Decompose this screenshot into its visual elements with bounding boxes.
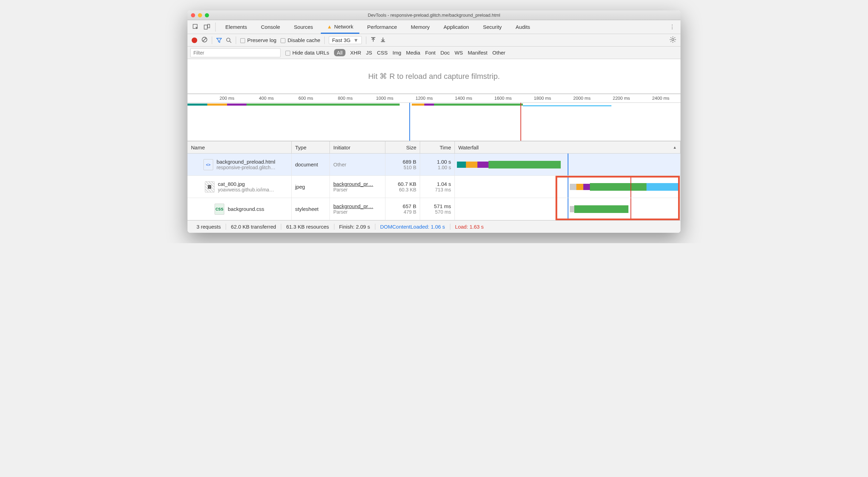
request-initiator[interactable]: background_pr… (333, 203, 382, 209)
timeline-overview[interactable] (187, 103, 681, 141)
waterfall-segment (590, 183, 646, 191)
download-har-icon[interactable] (380, 37, 386, 43)
filter-type-media[interactable]: Media (406, 50, 420, 56)
waterfall-segment (574, 205, 628, 213)
col-name[interactable]: Name (187, 141, 292, 153)
request-type: stylesheet (295, 206, 326, 212)
tab-sources[interactable]: Sources (288, 20, 319, 34)
warning-icon: ▲ (327, 24, 332, 30)
search-icon[interactable] (226, 38, 232, 43)
hide-data-urls-checkbox[interactable]: Hide data URLs (285, 50, 329, 56)
throttling-select[interactable]: Fast 3G ▼ (329, 36, 361, 44)
status-finish: Finish: 2.09 s (334, 224, 375, 230)
tick: 2000 ms (573, 96, 591, 101)
tick: 1400 ms (455, 96, 472, 101)
filter-type-doc[interactable]: Doc (440, 50, 450, 56)
col-type[interactable]: Type (292, 141, 330, 153)
maximize-window-button[interactable] (205, 13, 209, 17)
tick: 1000 ms (376, 96, 393, 101)
tick: 2400 ms (652, 96, 669, 101)
load-line (631, 176, 631, 198)
filter-type-ws[interactable]: WS (454, 50, 463, 56)
preserve-log-checkbox[interactable]: Preserve log (240, 37, 276, 43)
overview-segment (247, 104, 399, 106)
col-waterfall[interactable]: Waterfall ▲ (455, 141, 681, 153)
request-time-sub: 713 ms (424, 187, 451, 192)
filter-type-xhr[interactable]: XHR (350, 50, 361, 56)
status-resources: 61.3 KB resources (281, 224, 334, 230)
tab-elements[interactable]: Elements (219, 20, 253, 34)
request-initiator-sub: Parser (333, 209, 382, 215)
tick: 2200 ms (613, 96, 630, 101)
tab-application[interactable]: Application (437, 20, 475, 34)
tab-performance[interactable]: Performance (361, 20, 403, 34)
request-initiator[interactable]: background_pr… (333, 181, 382, 187)
tick: 1800 ms (534, 96, 551, 101)
request-type: document (295, 162, 326, 167)
load-marker (520, 103, 521, 141)
timeline-ruler[interactable]: 200 ms 400 ms 600 ms 800 ms 1000 ms 1200… (187, 94, 681, 103)
tick: 800 ms (338, 96, 353, 101)
more-menu-icon[interactable]: ⋮ (667, 22, 677, 32)
tick: 1200 ms (416, 96, 433, 101)
device-toolbar-icon[interactable] (202, 22, 212, 32)
minimize-window-button[interactable] (198, 13, 202, 17)
request-size-sub: 479 B (389, 209, 416, 215)
overview-segment (523, 105, 612, 106)
filter-type-all[interactable]: All (334, 49, 345, 56)
settings-icon[interactable] (669, 36, 676, 44)
col-time[interactable]: Time (420, 141, 455, 153)
svg-line-6 (230, 41, 232, 43)
filter-type-js[interactable]: JS (366, 50, 372, 56)
request-row[interactable]: 🖼 cat_800.jpg yoavweiss.github.io/ima… j… (187, 176, 681, 198)
request-size: 689 B (389, 159, 416, 165)
request-time: 571 ms (424, 203, 451, 209)
request-size-sub: 510 B (389, 165, 416, 170)
filter-toggle-icon[interactable] (216, 38, 222, 43)
filter-input[interactable] (190, 48, 281, 57)
devtools-window: DevTools - responsive-preload.glitch.me/… (187, 10, 681, 233)
filter-type-img[interactable]: Img (393, 50, 401, 56)
filter-bar: Hide data URLs All XHR JS CSS Img Media … (187, 47, 681, 59)
chevron-down-icon: ▼ (353, 37, 359, 43)
tab-memory[interactable]: Memory (404, 20, 436, 34)
request-name: background_preload.html (217, 159, 276, 165)
request-size: 60.7 KB (389, 181, 416, 187)
filter-type-manifest[interactable]: Manifest (468, 50, 487, 56)
file-html-icon: <> (203, 159, 213, 170)
col-initiator[interactable]: Initiator (330, 141, 385, 153)
tab-network[interactable]: ▲ Network (321, 20, 360, 34)
tab-security[interactable]: Security (477, 20, 508, 34)
network-toolbar: Preserve log Disable cache Fast 3G ▼ (187, 34, 681, 47)
request-row[interactable]: CSS background.css stylesheet background… (187, 198, 681, 220)
disable-cache-checkbox[interactable]: Disable cache (281, 37, 320, 43)
request-initiator: Other (333, 162, 382, 167)
filter-type-other[interactable]: Other (492, 50, 506, 56)
filter-type-font[interactable]: Font (425, 50, 435, 56)
waterfall-segment (466, 162, 477, 168)
filter-type-css[interactable]: CSS (377, 50, 388, 56)
status-requests: 3 requests (192, 224, 226, 230)
col-size[interactable]: Size (385, 141, 420, 153)
record-button[interactable] (192, 38, 197, 43)
status-dcl: DOMContentLoaded: 1.06 s (375, 224, 450, 230)
clear-button[interactable] (201, 36, 208, 44)
upload-har-icon[interactable] (370, 37, 376, 43)
titlebar: DevTools - responsive-preload.glitch.me/… (187, 10, 681, 20)
waterfall-segment (477, 162, 489, 168)
dcl-marker (409, 103, 410, 141)
waterfall-segment (570, 206, 574, 212)
tick: 1600 ms (494, 96, 512, 101)
inspect-element-icon[interactable] (191, 22, 201, 32)
tab-console[interactable]: Console (255, 20, 286, 34)
overview-segment (434, 104, 523, 106)
svg-point-7 (672, 39, 674, 41)
overview-segment (187, 104, 207, 106)
close-window-button[interactable] (191, 13, 195, 17)
overview-segment (227, 104, 247, 106)
overview-segment (412, 104, 424, 106)
svg-rect-1 (204, 25, 207, 29)
request-row[interactable]: <> background_preload.html responsive-pr… (187, 154, 681, 176)
tab-audits[interactable]: Audits (509, 20, 536, 34)
request-time-sub: 1.00 s (424, 165, 451, 170)
